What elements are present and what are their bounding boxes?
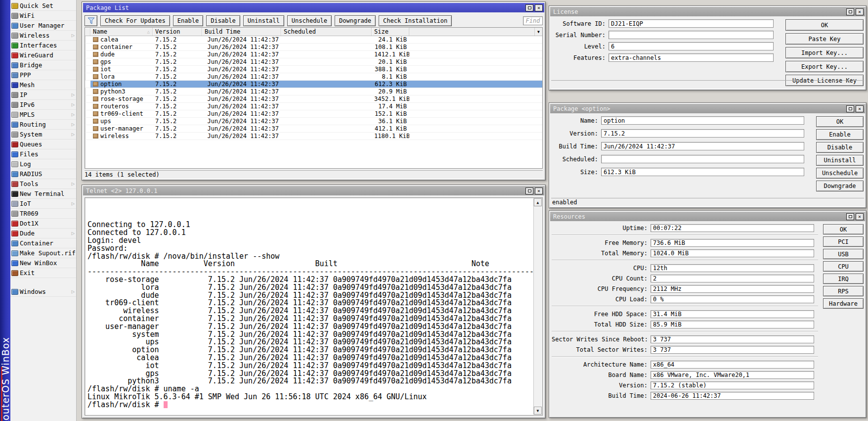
filter-button[interactable] [85,15,97,26]
field-input[interactable]: 2 [651,275,814,282]
field-input[interactable]: 612.3 KiB [601,168,804,176]
action-button[interactable]: Enable [816,129,864,140]
field-input[interactable]: x86 VMware, Inc. VMware20,1 [651,371,814,379]
field-input[interactable]: extra-channels [608,53,774,62]
maximize-button[interactable] [846,105,854,112]
close-button[interactable]: ✕ [856,105,864,112]
action-button[interactable]: OK [785,19,864,31]
maximize-button[interactable] [525,187,533,194]
sidebar-item[interactable]: Routing ▷ [10,120,76,130]
sidebar-item[interactable]: New WinBox ▷ [10,258,76,268]
terminal-area[interactable]: Connecting to 127.0.0.1 Connected to 127… [85,197,543,416]
action-button[interactable]: Hardware [823,298,864,309]
maximize-button[interactable] [846,213,854,220]
field-input[interactable]: 6 [608,42,774,50]
sidebar-item[interactable]: Interfaces ▷ [10,41,76,50]
action-button[interactable]: RPS [823,286,864,296]
sidebar-item[interactable]: Mesh ▷ [10,80,76,90]
sidebar-item[interactable]: IPv6 ▷ [10,100,76,110]
action-button[interactable]: Import Key... [785,47,864,58]
field-input[interactable]: 12th [651,264,814,272]
sidebar-item[interactable]: Dude ▷ [10,229,76,238]
sidebar-item-windows[interactable]: Windows ▷ [10,287,76,297]
table-row[interactable]: option 7.15.2 Jun/26/2024 11:42:37 612.3… [85,81,542,88]
table-row[interactable]: ups 7.15.2 Jun/26/2024 11:42:37 36.1 KiB [85,118,542,125]
field-input[interactable]: 3 737 [651,335,814,343]
field-input[interactable]: 1024.0 MiB [651,249,814,257]
table-row[interactable]: container 7.15.2 Jun/26/2024 11:42:37 10… [85,44,542,51]
field-input[interactable] [601,155,804,163]
action-button[interactable]: OK [823,224,864,234]
sidebar-item[interactable]: Queues ▷ [10,140,76,149]
license-titlebar[interactable]: License ✕ [550,7,865,16]
package-option-titlebar[interactable]: Package <option> ✕ [550,104,865,113]
field-input[interactable]: option [601,116,804,125]
maximize-button[interactable] [525,4,533,11]
maximize-button[interactable] [846,8,854,15]
sidebar-item[interactable]: Bridge ▷ [10,60,76,70]
sidebar-item[interactable]: WiFi ▷ [10,11,76,21]
close-button[interactable]: ✕ [535,187,543,194]
sidebar-item[interactable]: MPLS ▷ [10,110,76,120]
sidebar-item[interactable]: Wireless ▷ [10,31,76,41]
action-button[interactable]: PCI [823,236,864,247]
sidebar-item[interactable]: IoT ▷ [10,199,76,209]
action-button[interactable]: USB [823,249,864,259]
sidebar-item[interactable]: Log ▷ [10,159,76,169]
sidebar-item[interactable]: PPP ▷ [10,70,76,80]
build-time-column-header[interactable]: Build Time [202,28,281,36]
toolbar-button[interactable]: Enable [173,15,203,26]
toolbar-button[interactable]: Check For Updates [100,15,170,26]
sidebar-item[interactable]: Quick Set ▷ [10,1,76,11]
version-column-header[interactable]: Version [153,28,202,36]
close-button[interactable]: ✕ [856,213,864,220]
table-row[interactable]: rose-storage 7.15.2 Jun/26/2024 11:42:37… [85,95,542,103]
field-input[interactable]: 85.9 MiB [651,321,814,328]
table-row[interactable]: wireless 7.15.2 Jun/26/2024 11:42:37 118… [85,133,542,140]
sidebar-item[interactable]: Tools ▷ [10,179,76,189]
sidebar-item[interactable]: RADIUS ▷ [10,169,76,179]
name-column-header[interactable]: Name△ [90,28,153,36]
toolbar-button[interactable]: Unschedule [287,15,332,26]
table-row[interactable]: iot 7.15.2 Jun/26/2024 11:42:37 388.1 Ki… [85,66,542,73]
table-row[interactable]: python3 7.15.2 Jun/26/2024 11:42:37 20.9… [85,88,542,95]
resources-titlebar[interactable]: Resources ✕ [550,212,865,221]
field-input[interactable]: 00:07:22 [651,224,814,232]
action-button[interactable]: Disable [816,142,864,153]
action-button[interactable]: Export Key... [785,61,864,72]
column-select-dropdown[interactable]: ▼ [534,28,542,36]
telnet-titlebar[interactable]: Telnet <2> 127.0.0.1 ✕ [83,186,544,195]
sidebar-item[interactable]: Container ▷ [10,238,76,248]
action-button[interactable]: Paste Key [785,33,864,45]
table-row[interactable]: lora 7.15.2 Jun/26/2024 11:42:37 8.1 KiB [85,73,542,81]
sidebar-item[interactable]: Dot1X ▷ [10,219,76,229]
field-input[interactable]: 3 737 [651,346,814,354]
toolbar-button[interactable]: Downgrade [335,15,376,26]
field-input[interactable]: 2112 MHz [651,285,814,293]
toolbar-button[interactable]: Uninstall [243,15,284,26]
sidebar-item[interactable]: Make Supout.rif ▷ [10,248,76,258]
close-button[interactable]: ✕ [856,8,864,15]
sidebar-item[interactable]: IP ▷ [10,90,76,100]
action-button[interactable]: IRQ [823,274,864,284]
table-row[interactable]: routeros 7.15.2 Jun/26/2024 11:42:37 17.… [85,103,542,110]
field-input[interactable]: x86_64 [651,361,814,369]
field-input[interactable]: Jun/26/2024 11:42:37 [601,142,804,150]
table-row[interactable]: calea 7.15.2 Jun/26/2024 11:42:37 24.1 K… [85,36,542,44]
find-input[interactable]: Find [523,16,543,25]
scroll-down-icon[interactable]: ▼ [534,407,542,415]
field-input[interactable]: 2024-06-26 11:42:37 [651,392,814,400]
field-input[interactable] [608,31,774,39]
sidebar-item[interactable]: System ▷ [10,130,76,140]
action-button[interactable]: Unschedule [816,168,864,179]
action-button[interactable]: CPU [823,261,864,272]
table-row[interactable]: user-manager 7.15.2 Jun/26/2024 11:42:37… [85,125,542,133]
size-column-header[interactable]: Size [372,28,409,36]
field-input[interactable]: 31.4 MiB [651,310,814,318]
table-row[interactable]: dude 7.15.2 Jun/26/2024 11:42:37 1412.1 … [85,51,542,58]
sidebar-item[interactable]: TR069 ▷ [10,209,76,219]
sidebar-item[interactable]: New Terminal ▷ [10,189,76,199]
action-button[interactable]: Uninstall [816,155,864,166]
terminal-scrollbar[interactable]: ▲ ▼ [533,198,542,415]
package-list-titlebar[interactable]: Package List ✕ [83,3,544,12]
